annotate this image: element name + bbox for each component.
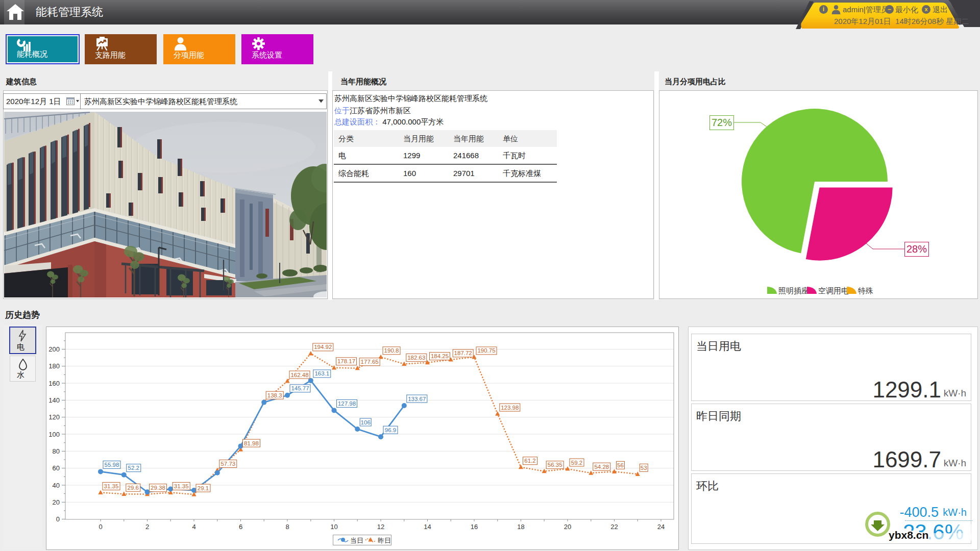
svg-text:22: 22 xyxy=(610,523,618,531)
svg-text:81.98: 81.98 xyxy=(244,440,259,446)
svg-text:昨日: 昨日 xyxy=(378,537,391,544)
svg-text:57.73: 57.73 xyxy=(220,461,235,467)
svg-text:29.6: 29.6 xyxy=(128,485,139,491)
svg-text:100: 100 xyxy=(48,431,60,438)
svg-text:190.8: 190.8 xyxy=(384,347,399,354)
svg-text:18: 18 xyxy=(517,523,524,531)
svg-text:61.2: 61.2 xyxy=(524,458,535,464)
svg-text:56: 56 xyxy=(617,462,624,468)
svg-text:29.38: 29.38 xyxy=(151,485,165,491)
svg-text:200: 200 xyxy=(48,345,60,353)
svg-text:54.28: 54.28 xyxy=(594,464,609,470)
svg-text:162.48: 162.48 xyxy=(290,372,308,378)
svg-text:31.35: 31.35 xyxy=(174,483,189,489)
svg-text:182.63: 182.63 xyxy=(407,355,425,361)
svg-text:80: 80 xyxy=(53,447,60,455)
svg-text:187.72: 187.72 xyxy=(454,350,472,356)
svg-text:194.92: 194.92 xyxy=(314,344,332,350)
svg-text:0: 0 xyxy=(99,523,102,531)
svg-text:2: 2 xyxy=(145,523,149,531)
svg-text:140: 140 xyxy=(48,396,60,404)
svg-text:6: 6 xyxy=(239,523,242,531)
svg-text:127.98: 127.98 xyxy=(338,400,356,407)
svg-text:177.65: 177.65 xyxy=(361,359,379,365)
svg-text:160: 160 xyxy=(48,380,60,387)
svg-text:180: 180 xyxy=(48,362,60,370)
svg-text:12: 12 xyxy=(377,523,384,531)
svg-text:20: 20 xyxy=(53,498,60,506)
svg-text:52.2: 52.2 xyxy=(128,465,139,471)
svg-text:138.3: 138.3 xyxy=(267,392,282,398)
svg-text:60: 60 xyxy=(53,464,60,472)
svg-text:当日: 当日 xyxy=(350,537,363,544)
svg-text:14: 14 xyxy=(424,523,431,531)
svg-text:184.25: 184.25 xyxy=(431,353,449,359)
svg-text:72%: 72% xyxy=(712,117,732,128)
svg-text:120: 120 xyxy=(48,413,60,421)
svg-text:53: 53 xyxy=(641,465,647,471)
svg-text:178.17: 178.17 xyxy=(337,358,355,364)
svg-text:16: 16 xyxy=(471,523,478,531)
svg-text:28%: 28% xyxy=(906,243,927,255)
svg-text:123.98: 123.98 xyxy=(501,405,519,411)
svg-text:190.75: 190.75 xyxy=(477,347,495,354)
svg-text:106: 106 xyxy=(361,419,371,425)
svg-text:0: 0 xyxy=(56,515,60,523)
svg-text:163.1: 163.1 xyxy=(314,370,329,377)
svg-text:24: 24 xyxy=(657,523,665,531)
svg-text:59.2: 59.2 xyxy=(571,460,582,466)
svg-text:96.9: 96.9 xyxy=(385,427,396,433)
svg-text:20: 20 xyxy=(564,523,571,531)
svg-text:133.67: 133.67 xyxy=(408,396,426,402)
svg-text:8: 8 xyxy=(285,523,289,531)
svg-text:145.77: 145.77 xyxy=(291,385,309,391)
svg-text:55.98: 55.98 xyxy=(105,462,119,468)
svg-text:56.35: 56.35 xyxy=(548,462,562,468)
svg-text:31.35: 31.35 xyxy=(104,483,119,489)
svg-text:29.1: 29.1 xyxy=(198,485,209,491)
svg-text:4: 4 xyxy=(192,523,195,531)
svg-text:10: 10 xyxy=(330,523,337,531)
svg-text:40: 40 xyxy=(53,482,60,489)
